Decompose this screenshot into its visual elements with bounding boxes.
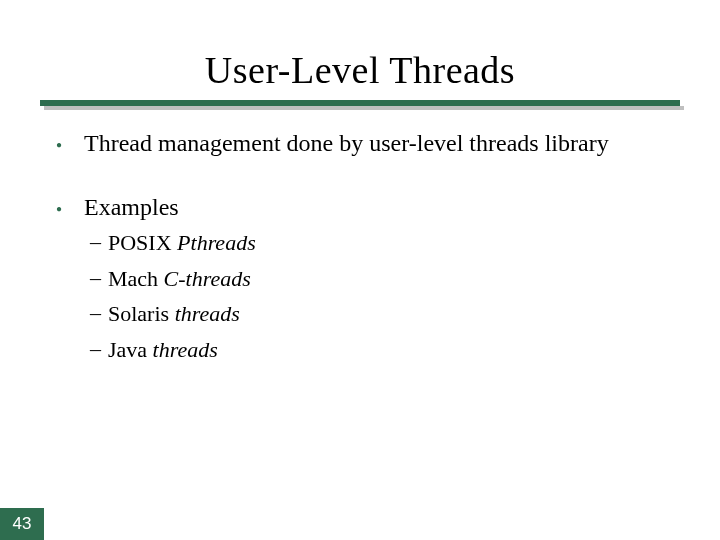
sub-prefix: Java [108,337,153,362]
content-area: ● Thread management done by user-level t… [56,128,680,371]
sub-prefix: Solaris [108,301,175,326]
sub-emph: threads [175,301,240,326]
bullet-item: ● Examples [56,192,680,222]
sub-text: Solaris threads [108,299,240,329]
bullet-item: ● Thread management done by user-level t… [56,128,680,158]
sub-text: Mach C-threads [108,264,251,294]
sub-item: – Solaris threads [90,299,680,329]
sub-text: Java threads [108,335,218,365]
title-underline-shadow [44,106,684,110]
sub-emph: Pthreads [177,230,256,255]
slide-title: User-Level Threads [0,48,720,92]
dash-icon: – [90,264,108,293]
sub-item: – Java threads [90,335,680,365]
title-wrap: User-Level Threads [0,48,720,92]
bullet-text: Examples [84,192,179,222]
sub-item: – POSIX Pthreads [90,228,680,258]
dash-icon: – [90,299,108,328]
page-number-badge: 43 [0,508,44,540]
sub-prefix: Mach [108,266,164,291]
sub-prefix: POSIX [108,230,177,255]
bullet-text: Thread management done by user-level thr… [84,128,609,158]
dash-icon: – [90,228,108,257]
sub-emph: threads [153,337,218,362]
sub-item: – Mach C-threads [90,264,680,294]
slide: User-Level Threads ● Thread management d… [0,0,720,540]
bullet-dot-icon: ● [56,140,66,150]
sub-list: – POSIX Pthreads – Mach C-threads – Sola… [56,228,680,365]
sub-emph: C-threads [164,266,251,291]
sub-text: POSIX Pthreads [108,228,256,258]
dash-icon: – [90,335,108,364]
bullet-dot-icon: ● [56,204,66,214]
